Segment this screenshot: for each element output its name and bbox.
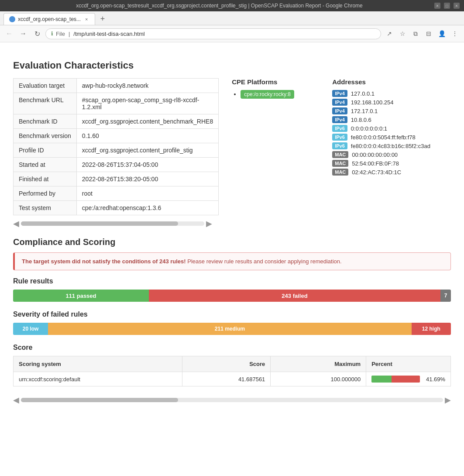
other-bar: 7 (440, 290, 451, 302)
eval-value: awp-hub-rocky8.network (76, 79, 218, 93)
compliance-title: Compliance and Scoring (13, 237, 451, 247)
share-button[interactable]: ↗ (384, 28, 395, 39)
list-item: IPv6fe80:0:0:0:4c83:b16c:85f2:c3ad (332, 142, 454, 149)
severity-title: Severity of failed rules (13, 310, 451, 318)
eval-label: Profile ID (14, 143, 77, 158)
menu-button[interactable]: ⋮ (449, 28, 461, 39)
address-type-badge: MAC (332, 169, 348, 176)
eval-value: 0.1.60 (76, 129, 218, 143)
address-type-badge: IPv6 (332, 134, 347, 141)
address-type-badge: MAC (332, 160, 348, 167)
score-col-percent: Percent (366, 356, 451, 372)
scroll-right-button[interactable]: ▶ (206, 219, 212, 228)
alert-rest: Please review rule results and consider … (187, 258, 341, 265)
split-button[interactable]: ⊟ (423, 28, 434, 39)
browser-tab[interactable]: xccdf_org.open-scap_tes... × (3, 13, 95, 25)
page-content: Evaluation Characteristics Evaluation ta… (0, 42, 464, 435)
table-row: Evaluation targetawp-hub-rocky8.network (14, 79, 219, 93)
severity-bar: 20 low 211 medium 12 high (13, 323, 451, 335)
score-max: 100.000000 (271, 372, 366, 386)
rule-results-title: Rule results (13, 277, 451, 285)
page-title: Evaluation Characteristics (13, 60, 451, 71)
url-separator: | (69, 31, 70, 37)
eval-value: #scap_org.open-scap_comp_ssg-rl8-xccdf-1… (76, 93, 218, 114)
cpe-section: CPE Platforms cpe:/o:rocky:rocky:8 (232, 78, 319, 99)
score-col-max: Maximum (271, 356, 366, 372)
tab-favicon (9, 16, 15, 22)
eval-value: cpe:/a:redhat:openscap:1.3.6 (76, 201, 218, 215)
cpe-title: CPE Platforms (232, 78, 319, 86)
eval-value: xccdf_org.ssgproject.content_profile_sti… (76, 143, 218, 158)
score-table: Scoring system Score Maximum Percent urn… (13, 356, 451, 386)
score-percent: 41.69% (366, 372, 451, 386)
score-value: 41.687561 (182, 372, 271, 386)
eval-label: Started at (14, 158, 77, 172)
new-tab-button[interactable]: + (97, 14, 108, 25)
list-item: IPv4127.0.0.1 (332, 90, 454, 97)
address-value: 52:54:00:FB:0F:78 (352, 160, 399, 167)
address-value: 192.168.100.254 (351, 99, 394, 106)
compliance-alert: The target system did not satisfy the co… (13, 252, 451, 270)
back-button[interactable]: ← (3, 28, 15, 39)
eval-label: Benchmark URL (14, 93, 77, 114)
bottom-scroll-left-button[interactable]: ◀ (13, 395, 19, 405)
list-item: MAC00:00:00:00:00:00 (332, 151, 454, 158)
table-row: Profile IDxccdf_org.ssgproject.content_p… (14, 143, 219, 158)
forward-button[interactable]: → (17, 28, 29, 39)
horizontal-scrollbar-thumb[interactable] (21, 221, 178, 226)
eval-value: root (76, 186, 218, 201)
maximize-button[interactable]: □ (444, 3, 450, 9)
addresses-list: IPv4127.0.0.1IPv4192.168.100.254IPv4172.… (332, 90, 454, 176)
minimize-button[interactable]: × (434, 3, 440, 9)
bookmark-button[interactable]: ☆ (397, 28, 408, 39)
address-type-badge: IPv4 (332, 116, 347, 123)
address-value: 0:0:0:0:0:0:0:1 (351, 125, 387, 132)
list-item: IPv4172.17.0.1 (332, 107, 454, 114)
extensions-button[interactable]: ⧉ (410, 28, 421, 39)
browser-title: xccdf_org.open-scap_testresult_xccdf_org… (4, 3, 434, 9)
table-row: Benchmark version0.1.60 (14, 129, 219, 143)
addresses-title: Addresses (332, 78, 454, 86)
address-value: 127.0.0.1 (351, 90, 375, 97)
address-type-badge: IPv6 (332, 142, 347, 149)
address-bar[interactable]: ℹ File | /tmp/unit-test-disa-scan.html (45, 28, 381, 39)
url-text[interactable]: /tmp/unit-test-disa-scan.html (73, 31, 144, 37)
url-prefix: File (56, 31, 65, 37)
low-label: 20 low (23, 326, 39, 332)
bottom-scroll-right-button[interactable]: ▶ (445, 395, 451, 405)
bottom-scrollbar-thumb[interactable] (21, 398, 178, 402)
address-value: fe80:0:0:0:4c83:b16c:85f2:c3ad (351, 143, 430, 149)
score-col-system: Scoring system (14, 356, 182, 372)
address-type-badge: IPv6 (332, 125, 347, 132)
list-item: IPv410.8.0.6 (332, 116, 454, 123)
reload-button[interactable]: ↻ (31, 28, 43, 39)
profile-button[interactable]: 👤 (436, 28, 447, 39)
list-item: MAC02:42:AC:73:4D:1C (332, 169, 454, 176)
table-row: Finished at2022-08-26T15:38:20-05:00 (14, 172, 219, 186)
scroll-left-button[interactable]: ◀ (13, 219, 19, 228)
tab-label: xccdf_org.open-scap_tes... (18, 16, 81, 22)
percent-label: 41.69% (423, 376, 445, 383)
eval-label: Benchmark version (14, 129, 77, 143)
address-type-badge: IPv4 (332, 107, 347, 114)
address-type-badge: MAC (332, 151, 348, 158)
address-value: 172.17.0.1 (351, 108, 378, 114)
high-bar: 12 high (412, 323, 451, 335)
passed-bar: 111 passed (13, 290, 149, 302)
failed-label: 243 failed (282, 293, 307, 299)
eval-label: Evaluation target (14, 79, 77, 93)
eval-value: 2022-08-26T15:38:20-05:00 (76, 172, 218, 186)
close-button[interactable]: × (454, 3, 460, 9)
address-value: 00:00:00:00:00:00 (352, 152, 398, 158)
tab-close-button[interactable]: × (83, 16, 89, 22)
evaluation-table-container: Evaluation targetawp-hub-rocky8.networkB… (13, 78, 219, 215)
list-item: IPv60:0:0:0:0:0:0:1 (332, 125, 454, 132)
table-row: Benchmark URL#scap_org.open-scap_comp_ss… (14, 93, 219, 114)
eval-label: Test system (14, 201, 77, 215)
medium-bar: 211 medium (48, 323, 412, 335)
address-type-badge: IPv4 (332, 99, 347, 106)
address-value: 10.8.0.6 (351, 117, 371, 123)
table-row: urn:xccdf:scoring:default 41.687561 100.… (14, 372, 451, 386)
list-item: IPv6fe80:0:0:0:5054:ff:fefb:f78 (332, 134, 454, 141)
alert-bold: The target system did not satisfy the co… (22, 258, 186, 265)
